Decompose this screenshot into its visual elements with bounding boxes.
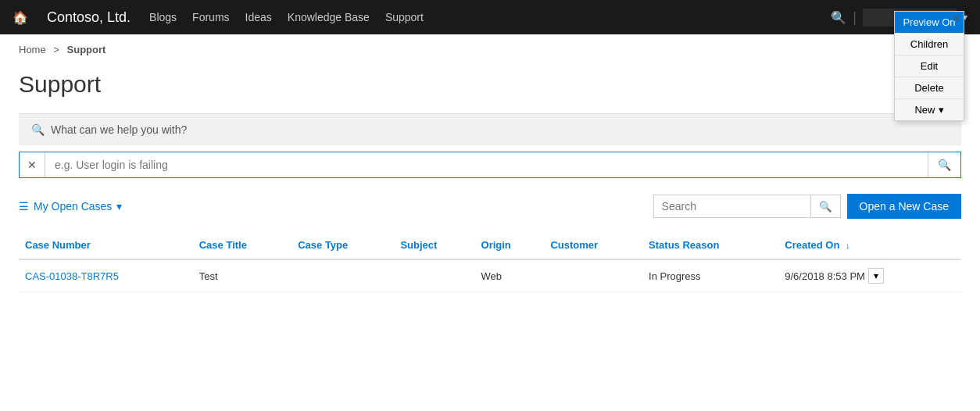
search-go-button[interactable]: 🔍 [928, 152, 960, 177]
search-help-icon: 🔍 [31, 123, 45, 136]
search-text-input[interactable] [45, 152, 928, 177]
col-subject[interactable]: Subject [394, 231, 474, 259]
case-list-toolbar: ☰ My Open Cases ▾ 🔍 Open a New Case [19, 194, 961, 219]
case-search-button[interactable]: 🔍 [810, 195, 840, 217]
breadcrumb-separator: > [53, 44, 59, 55]
nav-knowledge-base[interactable]: Knowledge Base [288, 11, 370, 23]
cell-origin: Web [475, 259, 545, 292]
nav-links: Blogs Forums Ideas Knowledge Base Suppor… [149, 11, 424, 23]
panel-children-button[interactable]: Children [895, 34, 964, 55]
nav-ideas[interactable]: Ideas [245, 11, 272, 23]
panel-delete-button[interactable]: Delete [895, 77, 964, 99]
page-title: Support [0, 65, 980, 113]
search-input-row: ✕ 🔍 [19, 152, 961, 178]
sort-desc-icon: ↓ [846, 241, 850, 250]
brand-name: Contoso, Ltd. [47, 9, 131, 26]
case-table-body: CAS-01038-T8R7R5 Test Web In Progress 9/… [19, 259, 961, 292]
breadcrumb: Home > Support [0, 34, 980, 65]
search-help-text: What can we help you with? [51, 123, 187, 136]
search-help-box: 🔍 What can we help you with? [19, 113, 961, 145]
nav-support[interactable]: Support [385, 11, 424, 23]
panel-edit-button[interactable]: Edit [895, 55, 964, 77]
cell-subject [394, 259, 474, 292]
case-table: Case Number Case Title Case Type Subject… [19, 231, 961, 292]
breadcrumb-home[interactable]: Home [19, 44, 46, 55]
col-case-type[interactable]: Case Type [291, 231, 394, 259]
nav-divider: | [853, 9, 857, 26]
col-status-reason[interactable]: Status Reason [642, 231, 778, 259]
case-search-input[interactable] [654, 195, 810, 217]
panel-close-button[interactable]: ✕ [952, 13, 960, 23]
toolbar-right: 🔍 Open a New Case [653, 194, 961, 219]
case-table-header: Case Number Case Title Case Type Subject… [19, 231, 961, 259]
col-origin[interactable]: Origin [475, 231, 545, 259]
case-list-area: ☰ My Open Cases ▾ 🔍 Open a New Case Case… [19, 194, 961, 292]
col-case-title[interactable]: Case Title [193, 231, 291, 259]
nav-search-icon[interactable]: 🔍 [831, 10, 846, 25]
breadcrumb-current: Support [67, 44, 106, 55]
search-clear-button[interactable]: ✕ [20, 152, 45, 177]
top-navigation: 🏠 Contoso, Ltd. Blogs Forums Ideas Knowl… [0, 0, 980, 34]
cell-created-on: 9/6/2018 8:53 PM ▾ [778, 259, 961, 292]
nav-blogs[interactable]: Blogs [149, 11, 177, 23]
panel-new-label: New [914, 104, 935, 116]
created-on-value: 9/6/2018 8:53 PM [785, 270, 865, 282]
cell-case-number: CAS-01038-T8R7R5 [19, 259, 193, 292]
open-new-case-button[interactable]: Open a New Case [847, 194, 961, 219]
floating-panel: ✕ Preview On Children Edit Delete New ▾ [894, 11, 964, 121]
list-icon: ☰ [19, 200, 29, 213]
row-dropdown-button[interactable]: ▾ [868, 268, 884, 284]
case-search-container: 🔍 [653, 195, 841, 218]
col-case-number[interactable]: Case Number [19, 231, 193, 259]
nav-forums[interactable]: Forums [192, 11, 229, 23]
cell-customer [544, 259, 642, 292]
my-open-cases-button[interactable]: ☰ My Open Cases ▾ [19, 200, 122, 213]
col-created-on[interactable]: Created On ↓ [778, 231, 961, 259]
panel-new-arrow-icon: ▾ [939, 104, 944, 116]
case-number-link[interactable]: CAS-01038-T8R7R5 [25, 270, 119, 282]
home-icon-button[interactable]: 🏠 [13, 10, 28, 25]
cell-status-reason: In Progress [642, 259, 778, 292]
col-customer[interactable]: Customer [544, 231, 642, 259]
panel-new-button[interactable]: New ▾ [895, 99, 964, 120]
cell-case-title: Test [193, 259, 291, 292]
created-on-cell: 9/6/2018 8:53 PM ▾ [785, 268, 955, 284]
my-open-cases-label: My Open Cases [34, 200, 112, 213]
cell-case-type [291, 259, 394, 292]
dropdown-arrow-icon: ▾ [116, 200, 122, 213]
table-row: CAS-01038-T8R7R5 Test Web In Progress 9/… [19, 259, 961, 292]
